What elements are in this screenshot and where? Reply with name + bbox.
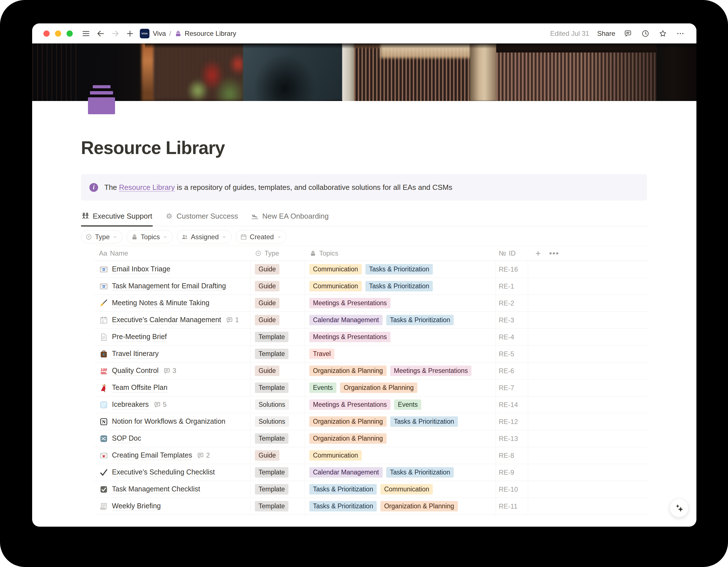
topics-cell[interactable]: Communication [305, 447, 496, 464]
id-cell[interactable]: RE-12 [496, 413, 528, 430]
table-row[interactable]: Creating Email Templates 2 Guide Communi… [94, 447, 648, 464]
menu-icon[interactable] [81, 29, 91, 38]
table-row[interactable]: Team Offsite Plan Template EventsOrganiz… [94, 380, 648, 396]
type-badge[interactable]: Guide [255, 281, 279, 292]
topics-cell[interactable]: CommunicationTasks & Prioritization [305, 278, 496, 295]
new-page-icon[interactable] [125, 29, 135, 38]
type-badge[interactable]: Guide [255, 315, 279, 325]
favorite-star-icon[interactable] [658, 29, 668, 38]
topics-cell[interactable]: Tasks & PrioritizationCommunication [305, 481, 496, 498]
row-title[interactable]: Task Management for Email Drafting [112, 282, 226, 291]
forward-icon[interactable] [111, 29, 120, 38]
comment-count[interactable]: 2 [197, 452, 210, 459]
type-cell[interactable]: Template [250, 380, 305, 396]
topic-badge[interactable]: Tasks & Prioritization [309, 501, 377, 511]
comment-count[interactable]: 5 [154, 401, 167, 409]
type-cell[interactable]: Template [250, 481, 305, 498]
id-cell[interactable]: RE-7 [496, 380, 528, 396]
name-cell[interactable]: N Notion for Workflows & Organization [94, 413, 250, 430]
topics-cell[interactable]: Meetings & Presentations [305, 329, 496, 345]
topic-badge[interactable]: Tasks & Prioritization [365, 281, 433, 292]
type-badge[interactable]: Template [255, 467, 288, 478]
table-row[interactable]: 100 Quality Control 3 Guide Organization… [94, 363, 648, 380]
name-cell[interactable]: 100 Quality Control 3 [94, 363, 250, 379]
type-cell[interactable]: Template [250, 498, 305, 515]
type-badge[interactable]: Guide [255, 450, 279, 461]
row-title[interactable]: Pre-Meeting Brief [112, 333, 167, 342]
back-icon[interactable] [96, 29, 105, 38]
name-cell[interactable]: Icebreakers 5 [94, 396, 250, 413]
minimize-window-button[interactable] [55, 30, 61, 37]
topic-badge[interactable]: Organization & Planning [309, 433, 387, 444]
name-cell[interactable]: Task Management Checklist [94, 481, 250, 498]
add-column-button[interactable]: + [535, 249, 541, 258]
id-cell[interactable]: RE-16 [496, 261, 528, 277]
type-badge[interactable]: Guide [255, 366, 279, 376]
table-row[interactable]: Weekly Briefing Template Tasks & Priorit… [94, 498, 648, 515]
topic-badge[interactable]: Communication [309, 450, 362, 461]
more-options-icon[interactable] [676, 29, 685, 38]
table-row[interactable]: Icebreakers 5 Solutions Meetings & Prese… [94, 396, 648, 413]
table-row[interactable]: Task Management Checklist Template Tasks… [94, 481, 648, 498]
topic-badge[interactable]: Calendar Management [309, 467, 383, 478]
table-row[interactable]: SOP Doc Template Organization & Planning… [94, 430, 648, 447]
topic-badge[interactable]: Organization & Planning [309, 366, 387, 376]
topics-cell[interactable]: EventsOrganization & Planning [305, 380, 496, 396]
table-row[interactable]: N Notion for Workflows & Organization So… [94, 413, 648, 430]
topic-badge[interactable]: Communication [380, 484, 433, 495]
id-cell[interactable]: RE-8 [496, 447, 528, 464]
id-cell[interactable]: RE-2 [496, 295, 528, 312]
type-badge[interactable]: Solutions [255, 400, 289, 410]
page-title[interactable]: Resource Library [81, 137, 225, 158]
topics-cell[interactable]: Travel [305, 346, 496, 362]
filter-pill-type[interactable]: Type [81, 230, 122, 243]
topics-cell[interactable]: Meetings & PresentationsEvents [305, 396, 496, 413]
breadcrumb-page[interactable]: Resource Library [185, 30, 236, 37]
id-cell[interactable]: RE-5 [496, 346, 528, 362]
column-header-type[interactable]: Type [250, 246, 305, 260]
topics-cell[interactable]: Tasks & PrioritizationOrganization & Pla… [305, 498, 496, 515]
page-icon[interactable] [88, 85, 115, 114]
type-badge[interactable]: Template [255, 501, 288, 511]
name-cell[interactable]: Weekly Briefing [94, 498, 250, 515]
name-cell[interactable]: Team Offsite Plan [94, 380, 250, 396]
history-clock-icon[interactable] [641, 29, 650, 38]
row-title[interactable]: Travel Itinerary [112, 350, 159, 359]
type-cell[interactable]: Guide [250, 363, 305, 379]
topics-cell[interactable]: Calendar ManagementTasks & Prioritizatio… [305, 312, 496, 328]
type-cell[interactable]: Guide [250, 278, 305, 295]
name-cell[interactable]: Meeting Notes & Minute Taking [94, 295, 250, 312]
table-row[interactable]: Meeting Notes & Minute Taking Guide Meet… [94, 295, 648, 312]
row-title[interactable]: Icebreakers [112, 400, 149, 409]
topic-badge[interactable]: Communication [309, 264, 362, 274]
topic-badge[interactable]: Meetings & Presentations [309, 298, 391, 308]
comment-count[interactable]: 1 [226, 316, 239, 324]
tab-executive-support[interactable]: Executive Support [81, 206, 153, 226]
row-title[interactable]: Executive’s Calendar Management [112, 316, 221, 325]
column-header-topics[interactable]: Topics [305, 246, 496, 260]
name-cell[interactable]: Executive’s Calendar Management 1 [94, 312, 250, 328]
table-row[interactable]: Travel Itinerary Template Travel RE-5 [94, 346, 648, 363]
type-cell[interactable]: Guide [250, 447, 305, 464]
breadcrumb-workspace[interactable]: Viva [153, 30, 166, 37]
id-cell[interactable]: RE-6 [496, 363, 528, 379]
name-cell[interactable]: Travel Itinerary [94, 346, 250, 362]
type-cell[interactable]: Guide [250, 295, 305, 312]
name-cell[interactable]: SOP Doc [94, 430, 250, 447]
comment-count[interactable]: 3 [163, 367, 176, 375]
topic-badge[interactable]: Tasks & Prioritization [390, 416, 458, 427]
row-title[interactable]: Weekly Briefing [112, 502, 161, 511]
name-cell[interactable]: E Email Inbox Triage [94, 261, 250, 277]
table-row[interactable]: E Email Inbox Triage Guide Communication… [94, 261, 648, 278]
type-badge[interactable]: Guide [255, 298, 279, 308]
id-cell[interactable]: RE-13 [496, 430, 528, 447]
type-badge[interactable]: Template [255, 383, 288, 393]
topic-badge[interactable]: Tasks & Prioritization [386, 467, 454, 478]
topic-badge[interactable]: Tasks & Prioritization [309, 484, 377, 495]
topic-badge[interactable]: Meetings & Presentations [309, 400, 391, 410]
topics-cell[interactable]: Meetings & Presentations [305, 295, 496, 312]
table-row[interactable]: Executive’s Calendar Management 1 Guide … [94, 312, 648, 329]
type-cell[interactable]: Solutions [250, 413, 305, 430]
type-cell[interactable]: Solutions [250, 396, 305, 413]
type-cell[interactable]: Template [250, 346, 305, 362]
